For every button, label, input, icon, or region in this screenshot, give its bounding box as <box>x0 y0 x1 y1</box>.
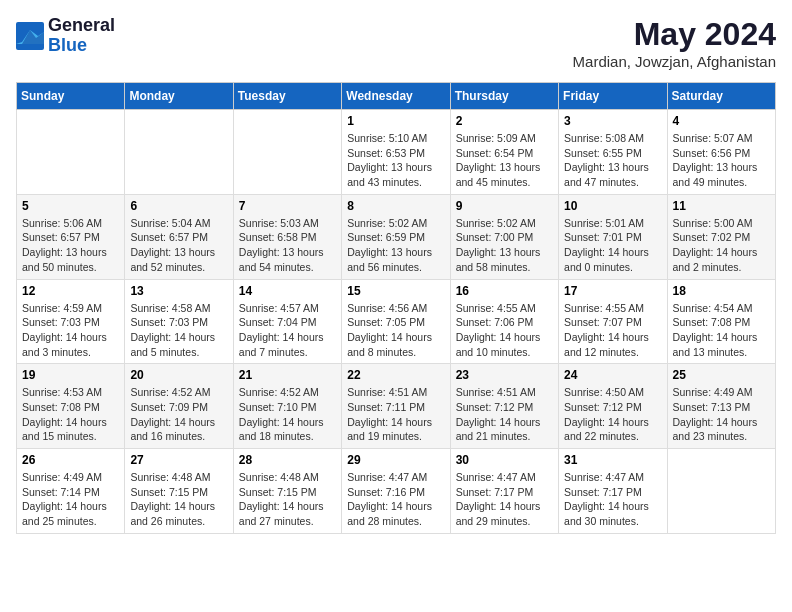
day-number: 18 <box>673 284 770 298</box>
weekday-header-row: SundayMondayTuesdayWednesdayThursdayFrid… <box>17 83 776 110</box>
day-info: Sunrise: 4:47 AMSunset: 7:16 PMDaylight:… <box>347 470 444 529</box>
calendar-cell: 9Sunrise: 5:02 AMSunset: 7:00 PMDaylight… <box>450 194 558 279</box>
weekday-header-monday: Monday <box>125 83 233 110</box>
calendar-cell: 23Sunrise: 4:51 AMSunset: 7:12 PMDayligh… <box>450 364 558 449</box>
day-info: Sunrise: 5:01 AMSunset: 7:01 PMDaylight:… <box>564 216 661 275</box>
calendar-cell: 1Sunrise: 5:10 AMSunset: 6:53 PMDaylight… <box>342 110 450 195</box>
calendar-cell: 7Sunrise: 5:03 AMSunset: 6:58 PMDaylight… <box>233 194 341 279</box>
day-number: 17 <box>564 284 661 298</box>
month-year: May 2024 <box>573 16 776 53</box>
day-info: Sunrise: 4:57 AMSunset: 7:04 PMDaylight:… <box>239 301 336 360</box>
calendar-cell: 12Sunrise: 4:59 AMSunset: 7:03 PMDayligh… <box>17 279 125 364</box>
day-info: Sunrise: 5:04 AMSunset: 6:57 PMDaylight:… <box>130 216 227 275</box>
day-info: Sunrise: 4:51 AMSunset: 7:11 PMDaylight:… <box>347 385 444 444</box>
day-number: 25 <box>673 368 770 382</box>
day-number: 29 <box>347 453 444 467</box>
day-info: Sunrise: 5:00 AMSunset: 7:02 PMDaylight:… <box>673 216 770 275</box>
day-number: 8 <box>347 199 444 213</box>
day-info: Sunrise: 4:50 AMSunset: 7:12 PMDaylight:… <box>564 385 661 444</box>
calendar-cell: 21Sunrise: 4:52 AMSunset: 7:10 PMDayligh… <box>233 364 341 449</box>
calendar-cell: 31Sunrise: 4:47 AMSunset: 7:17 PMDayligh… <box>559 449 667 534</box>
day-info: Sunrise: 4:51 AMSunset: 7:12 PMDaylight:… <box>456 385 553 444</box>
logo-general: General <box>48 16 115 36</box>
calendar-cell: 10Sunrise: 5:01 AMSunset: 7:01 PMDayligh… <box>559 194 667 279</box>
calendar-cell: 26Sunrise: 4:49 AMSunset: 7:14 PMDayligh… <box>17 449 125 534</box>
day-info: Sunrise: 4:55 AMSunset: 7:06 PMDaylight:… <box>456 301 553 360</box>
calendar-cell: 28Sunrise: 4:48 AMSunset: 7:15 PMDayligh… <box>233 449 341 534</box>
calendar-cell: 13Sunrise: 4:58 AMSunset: 7:03 PMDayligh… <box>125 279 233 364</box>
day-info: Sunrise: 5:07 AMSunset: 6:56 PMDaylight:… <box>673 131 770 190</box>
day-info: Sunrise: 5:03 AMSunset: 6:58 PMDaylight:… <box>239 216 336 275</box>
day-number: 11 <box>673 199 770 213</box>
day-info: Sunrise: 4:49 AMSunset: 7:14 PMDaylight:… <box>22 470 119 529</box>
day-info: Sunrise: 4:54 AMSunset: 7:08 PMDaylight:… <box>673 301 770 360</box>
calendar-table: SundayMondayTuesdayWednesdayThursdayFrid… <box>16 82 776 534</box>
day-number: 3 <box>564 114 661 128</box>
day-info: Sunrise: 5:08 AMSunset: 6:55 PMDaylight:… <box>564 131 661 190</box>
day-info: Sunrise: 4:52 AMSunset: 7:10 PMDaylight:… <box>239 385 336 444</box>
day-number: 26 <box>22 453 119 467</box>
day-info: Sunrise: 4:55 AMSunset: 7:07 PMDaylight:… <box>564 301 661 360</box>
weekday-header-tuesday: Tuesday <box>233 83 341 110</box>
calendar-cell: 29Sunrise: 4:47 AMSunset: 7:16 PMDayligh… <box>342 449 450 534</box>
day-number: 14 <box>239 284 336 298</box>
weekday-header-wednesday: Wednesday <box>342 83 450 110</box>
day-number: 22 <box>347 368 444 382</box>
calendar-cell: 4Sunrise: 5:07 AMSunset: 6:56 PMDaylight… <box>667 110 775 195</box>
day-number: 1 <box>347 114 444 128</box>
day-number: 23 <box>456 368 553 382</box>
calendar-cell: 6Sunrise: 5:04 AMSunset: 6:57 PMDaylight… <box>125 194 233 279</box>
calendar-cell: 22Sunrise: 4:51 AMSunset: 7:11 PMDayligh… <box>342 364 450 449</box>
calendar-cell: 2Sunrise: 5:09 AMSunset: 6:54 PMDaylight… <box>450 110 558 195</box>
day-number: 21 <box>239 368 336 382</box>
day-info: Sunrise: 5:10 AMSunset: 6:53 PMDaylight:… <box>347 131 444 190</box>
day-info: Sunrise: 5:02 AMSunset: 7:00 PMDaylight:… <box>456 216 553 275</box>
calendar-cell: 30Sunrise: 4:47 AMSunset: 7:17 PMDayligh… <box>450 449 558 534</box>
week-row-3: 12Sunrise: 4:59 AMSunset: 7:03 PMDayligh… <box>17 279 776 364</box>
week-row-5: 26Sunrise: 4:49 AMSunset: 7:14 PMDayligh… <box>17 449 776 534</box>
week-row-2: 5Sunrise: 5:06 AMSunset: 6:57 PMDaylight… <box>17 194 776 279</box>
calendar-cell: 8Sunrise: 5:02 AMSunset: 6:59 PMDaylight… <box>342 194 450 279</box>
day-info: Sunrise: 4:59 AMSunset: 7:03 PMDaylight:… <box>22 301 119 360</box>
day-number: 27 <box>130 453 227 467</box>
calendar-cell <box>125 110 233 195</box>
title-block: May 2024 Mardian, Jowzjan, Afghanistan <box>573 16 776 70</box>
calendar-cell <box>667 449 775 534</box>
day-number: 13 <box>130 284 227 298</box>
day-info: Sunrise: 4:47 AMSunset: 7:17 PMDaylight:… <box>564 470 661 529</box>
day-number: 16 <box>456 284 553 298</box>
calendar-cell: 3Sunrise: 5:08 AMSunset: 6:55 PMDaylight… <box>559 110 667 195</box>
day-number: 2 <box>456 114 553 128</box>
day-info: Sunrise: 4:48 AMSunset: 7:15 PMDaylight:… <box>239 470 336 529</box>
day-number: 12 <box>22 284 119 298</box>
calendar-cell: 20Sunrise: 4:52 AMSunset: 7:09 PMDayligh… <box>125 364 233 449</box>
day-number: 24 <box>564 368 661 382</box>
weekday-header-thursday: Thursday <box>450 83 558 110</box>
calendar-cell: 25Sunrise: 4:49 AMSunset: 7:13 PMDayligh… <box>667 364 775 449</box>
weekday-header-friday: Friday <box>559 83 667 110</box>
calendar-cell <box>17 110 125 195</box>
day-info: Sunrise: 4:52 AMSunset: 7:09 PMDaylight:… <box>130 385 227 444</box>
weekday-header-saturday: Saturday <box>667 83 775 110</box>
day-number: 28 <box>239 453 336 467</box>
day-info: Sunrise: 4:49 AMSunset: 7:13 PMDaylight:… <box>673 385 770 444</box>
day-info: Sunrise: 5:09 AMSunset: 6:54 PMDaylight:… <box>456 131 553 190</box>
weekday-header-sunday: Sunday <box>17 83 125 110</box>
day-number: 15 <box>347 284 444 298</box>
day-number: 19 <box>22 368 119 382</box>
page-header: General Blue May 2024 Mardian, Jowzjan, … <box>16 16 776 70</box>
calendar-cell: 11Sunrise: 5:00 AMSunset: 7:02 PMDayligh… <box>667 194 775 279</box>
day-info: Sunrise: 5:02 AMSunset: 6:59 PMDaylight:… <box>347 216 444 275</box>
logo-text: General Blue <box>48 16 115 56</box>
week-row-1: 1Sunrise: 5:10 AMSunset: 6:53 PMDaylight… <box>17 110 776 195</box>
week-row-4: 19Sunrise: 4:53 AMSunset: 7:08 PMDayligh… <box>17 364 776 449</box>
day-number: 31 <box>564 453 661 467</box>
logo-blue: Blue <box>48 36 115 56</box>
day-number: 4 <box>673 114 770 128</box>
location: Mardian, Jowzjan, Afghanistan <box>573 53 776 70</box>
day-number: 6 <box>130 199 227 213</box>
day-number: 20 <box>130 368 227 382</box>
logo-icon <box>16 22 44 50</box>
calendar-cell: 24Sunrise: 4:50 AMSunset: 7:12 PMDayligh… <box>559 364 667 449</box>
day-info: Sunrise: 5:06 AMSunset: 6:57 PMDaylight:… <box>22 216 119 275</box>
